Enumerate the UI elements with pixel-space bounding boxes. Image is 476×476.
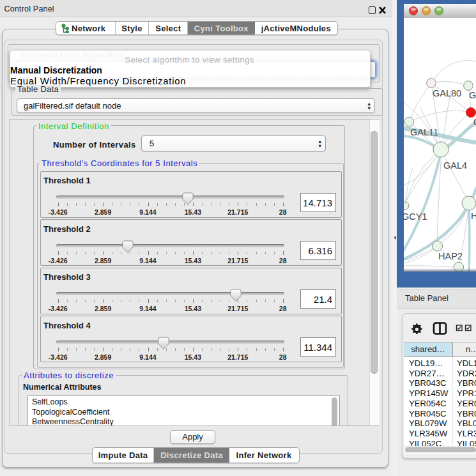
svg-text:GA: GA [469, 90, 476, 100]
svg-text:HAP2: HAP2 [438, 251, 463, 261]
svg-text:C: C [473, 117, 476, 127]
svg-text:GAL4: GAL4 [443, 160, 467, 171]
svg-text:GCY1: GCY1 [404, 211, 427, 222]
svg-text:H: H [471, 211, 476, 221]
svg-text:GAL80: GAL80 [433, 88, 461, 98]
svg-text:GAL11: GAL11 [410, 127, 438, 137]
